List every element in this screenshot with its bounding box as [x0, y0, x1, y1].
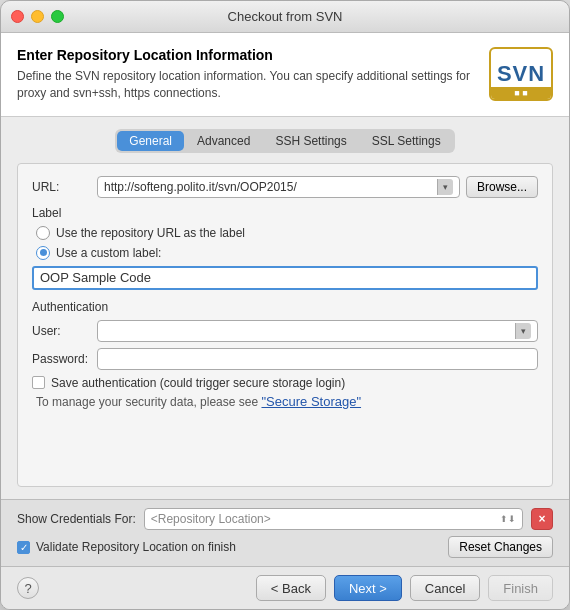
footer-left: ? — [17, 577, 39, 599]
next-button[interactable]: Next > — [334, 575, 402, 601]
credentials-row: Show Credentials For: <Repository Locati… — [17, 508, 553, 530]
header-description: Define the SVN repository location infor… — [17, 68, 477, 102]
credentials-select[interactable]: <Repository Location> ⬆⬇ — [144, 508, 523, 530]
save-auth-row: Save authentication (could trigger secur… — [32, 376, 538, 390]
browse-button[interactable]: Browse... — [466, 176, 538, 198]
radio-custom-label[interactable] — [36, 246, 50, 260]
radio-url-label[interactable] — [36, 226, 50, 240]
secure-storage-row: To manage your security data, please see… — [32, 394, 538, 409]
tabs: General Advanced SSH Settings SSL Settin… — [115, 129, 454, 153]
user-row: User: ▾ — [32, 320, 538, 342]
window-title: Checkout from SVN — [228, 9, 343, 24]
validate-checkbox[interactable]: ✓ — [17, 541, 30, 554]
radio-dot — [40, 249, 47, 256]
delete-icon: × — [538, 512, 545, 526]
radio-url-label-row: Use the repository URL as the label — [32, 226, 538, 240]
svn-logo: SVN ■ ■ — [489, 47, 553, 101]
url-value: http://softeng.polito.it/svn/OOP2015/ — [104, 180, 297, 194]
help-button[interactable]: ? — [17, 577, 39, 599]
url-input[interactable]: http://softeng.polito.it/svn/OOP2015/ ▾ — [97, 176, 460, 198]
user-label: User: — [32, 324, 97, 338]
user-dropdown-arrow[interactable]: ▾ — [515, 323, 531, 339]
url-label: URL: — [32, 180, 97, 194]
minimize-button[interactable] — [31, 10, 44, 23]
delete-credentials-button[interactable]: × — [531, 508, 553, 530]
auth-section-header: Authentication — [32, 300, 538, 314]
content-area: General Advanced SSH Settings SSL Settin… — [1, 117, 569, 499]
save-auth-label: Save authentication (could trigger secur… — [51, 376, 345, 390]
url-dropdown-arrow[interactable]: ▾ — [437, 179, 453, 195]
secure-storage-link[interactable]: "Secure Storage" — [261, 394, 361, 409]
maximize-button[interactable] — [51, 10, 64, 23]
svn-logo-text: SVN — [497, 61, 545, 87]
radio-custom-label-text: Use a custom label: — [56, 246, 161, 260]
radio-custom-label-row: Use a custom label: — [32, 246, 538, 260]
password-input-wrapper[interactable] — [97, 348, 538, 370]
validate-left: ✓ Validate Repository Location on finish — [17, 540, 236, 554]
footer: ? < Back Next > Cancel Finish — [1, 566, 569, 609]
credentials-label: Show Credentials For: — [17, 512, 136, 526]
user-input-wrapper[interactable]: ▾ — [97, 320, 538, 342]
tab-ssh-settings[interactable]: SSH Settings — [263, 131, 358, 151]
label-section-header: Label — [32, 206, 538, 220]
svn-logo-bar: ■ ■ — [491, 87, 551, 99]
url-row: URL: http://softeng.polito.it/svn/OOP201… — [32, 176, 538, 198]
tabs-container: General Advanced SSH Settings SSL Settin… — [17, 129, 553, 153]
credentials-select-arrows: ⬆⬇ — [500, 514, 516, 524]
secure-storage-prefix: To manage your security data, please see — [36, 395, 261, 409]
help-icon: ? — [24, 581, 31, 596]
custom-label-input[interactable] — [32, 266, 538, 290]
radio-url-label-text: Use the repository URL as the label — [56, 226, 245, 240]
reset-changes-button[interactable]: Reset Changes — [448, 536, 553, 558]
credentials-placeholder: <Repository Location> — [151, 512, 271, 526]
url-input-wrapper: http://softeng.polito.it/svn/OOP2015/ ▾ … — [97, 176, 538, 198]
tab-advanced[interactable]: Advanced — [185, 131, 262, 151]
validate-row: ✓ Validate Repository Location on finish… — [17, 536, 553, 558]
save-auth-checkbox[interactable] — [32, 376, 45, 389]
header-text: Enter Repository Location Information De… — [17, 47, 477, 102]
password-label: Password: — [32, 352, 97, 366]
window-controls — [11, 10, 64, 23]
back-button[interactable]: < Back — [256, 575, 326, 601]
password-row: Password: — [32, 348, 538, 370]
footer-buttons: < Back Next > Cancel Finish — [256, 575, 553, 601]
cancel-button[interactable]: Cancel — [410, 575, 480, 601]
svn-logo-icon: ■ ■ — [514, 88, 527, 98]
titlebar: Checkout from SVN — [1, 1, 569, 33]
form-panel: URL: http://softeng.polito.it/svn/OOP201… — [17, 163, 553, 487]
finish-button[interactable]: Finish — [488, 575, 553, 601]
tab-general[interactable]: General — [117, 131, 184, 151]
tab-ssl-settings[interactable]: SSL Settings — [360, 131, 453, 151]
close-button[interactable] — [11, 10, 24, 23]
header-title: Enter Repository Location Information — [17, 47, 477, 63]
validate-label: Validate Repository Location on finish — [36, 540, 236, 554]
bottom-bar: Show Credentials For: <Repository Locati… — [1, 499, 569, 566]
main-window: Checkout from SVN Enter Repository Locat… — [0, 0, 570, 610]
header-section: Enter Repository Location Information De… — [1, 33, 569, 117]
